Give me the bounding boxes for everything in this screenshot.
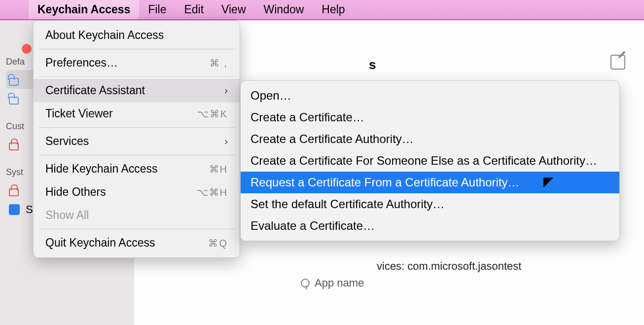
- menubar-window[interactable]: Window: [255, 0, 313, 19]
- submenu-create-ca[interactable]: Create a Certificate Authority…: [241, 128, 619, 150]
- chevron-right-icon: ›: [224, 136, 228, 147]
- app-menu: About Keychain Access Preferences…⌘ , Ce…: [33, 20, 240, 258]
- menu-show-all: Show All: [34, 204, 240, 227]
- unlock-icon: [9, 93, 20, 104]
- toolbar-right: [610, 55, 625, 70]
- menu-item-label: About Keychain Access: [45, 29, 164, 42]
- submenu-create-certificate[interactable]: Create a Certificate…: [241, 107, 619, 128]
- menu-services[interactable]: Services›: [34, 130, 240, 153]
- submenu-set-default-ca[interactable]: Set the default Certificate Authority…: [241, 193, 619, 215]
- window-title-fragment: s: [369, 57, 376, 72]
- filter-row: App name: [301, 277, 364, 289]
- menubar-file[interactable]: File: [139, 0, 175, 19]
- menu-item-label: Quit Keychain Access: [45, 236, 155, 250]
- menu-ticket-viewer[interactable]: Ticket Viewer⌥⌘K: [34, 102, 240, 125]
- menu-separator: [38, 49, 235, 49]
- menu-item-label: Services: [45, 135, 89, 148]
- unlock-icon: [9, 74, 20, 85]
- menu-item-label: Show All: [45, 209, 89, 222]
- menu-shortcut: ⌥⌘H: [197, 186, 228, 198]
- submenu-open[interactable]: Open…: [241, 85, 619, 107]
- menu-item-label: Hide Others: [45, 185, 106, 199]
- menu-separator: [38, 155, 235, 155]
- menubar-app-name[interactable]: Keychain Access: [29, 0, 139, 19]
- lock-icon: [9, 184, 20, 195]
- lock-icon: [9, 139, 20, 149]
- menubar-view[interactable]: View: [213, 0, 254, 19]
- menu-item-label: Certificate Assistant: [45, 84, 145, 97]
- detail-line: vices: com.microsoft.jasontest: [377, 260, 521, 273]
- menu-separator: [38, 76, 235, 77]
- menu-item-label: Ticket Viewer: [45, 107, 113, 120]
- menu-about[interactable]: About Keychain Access: [34, 24, 240, 47]
- menubar-help[interactable]: Help: [313, 0, 354, 19]
- menu-hide-app[interactable]: Hide Keychain Access⌘H: [34, 157, 240, 181]
- submenu-evaluate[interactable]: Evaluate a Certificate…: [241, 215, 619, 237]
- submenu-create-for-someone[interactable]: Create a Certificate For Someone Else as…: [241, 150, 619, 172]
- menu-shortcut: ⌥⌘K: [197, 108, 228, 120]
- compose-icon[interactable]: [610, 55, 625, 70]
- menu-item-label: Hide Keychain Access: [45, 162, 158, 176]
- window-close-button[interactable]: [22, 44, 32, 54]
- submenu-request-certificate[interactable]: Request a Certificate From a Certificate…: [241, 172, 619, 193]
- chevron-right-icon: ›: [224, 85, 228, 96]
- filter-icon: [301, 279, 310, 288]
- menubar: Keychain Access File Edit View Window He…: [0, 0, 644, 20]
- menu-shortcut: ⌘ ,: [210, 57, 228, 69]
- menubar-edit[interactable]: Edit: [175, 0, 213, 19]
- certificate-assistant-submenu: Open… Create a Certificate… Create a Cer…: [240, 80, 620, 241]
- menu-preferences[interactable]: Preferences…⌘ ,: [34, 51, 240, 74]
- system-roots-icon: [9, 204, 20, 215]
- filter-label: App name: [315, 277, 364, 289]
- menu-shortcut: ⌘Q: [208, 237, 228, 249]
- menu-shortcut: ⌘H: [209, 163, 228, 175]
- menu-separator: [38, 127, 235, 128]
- menu-item-label: Preferences…: [45, 56, 118, 70]
- menu-separator: [38, 229, 235, 229]
- menu-certificate-assistant[interactable]: Certificate Assistant›: [34, 79, 240, 102]
- menu-hide-others[interactable]: Hide Others⌥⌘H: [34, 181, 240, 204]
- menu-quit[interactable]: Quit Keychain Access⌘Q: [34, 231, 240, 254]
